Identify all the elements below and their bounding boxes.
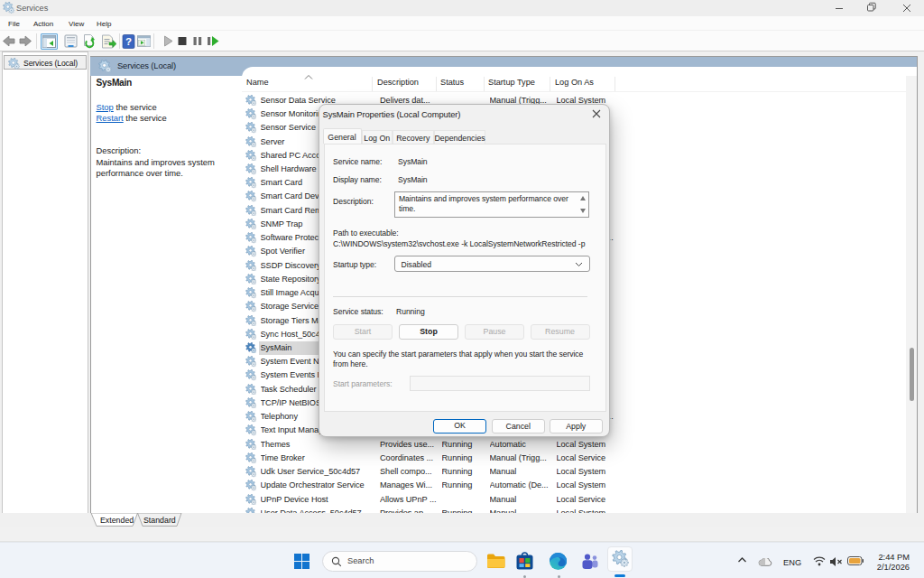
svg-text:?: ? [125,36,131,47]
svg-text:Standard: Standard [143,516,176,525]
svg-text:Extended: Extended [100,516,134,525]
